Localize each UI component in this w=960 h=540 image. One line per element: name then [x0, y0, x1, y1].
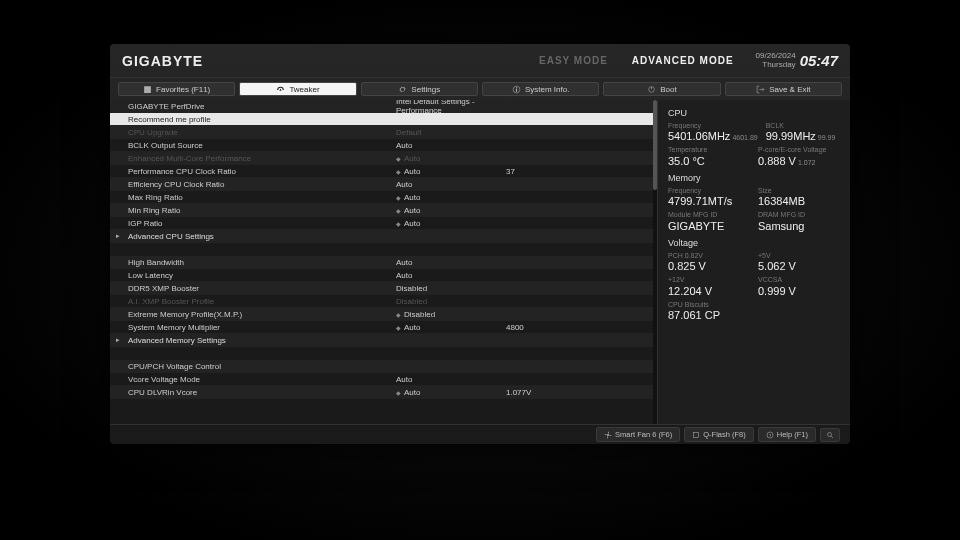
settings-row[interactable]: GIGABYTE PerfDriveIntel Default Settings…: [110, 100, 653, 113]
row-value: Auto: [396, 375, 506, 384]
row-value: ◆Auto: [396, 388, 506, 397]
bullet-icon: ◆: [396, 169, 401, 175]
settings-row[interactable]: BCLK Output SourceAuto: [110, 139, 653, 152]
smart-fan-button[interactable]: Smart Fan 6 (F6): [596, 427, 680, 442]
core-volt-label: P-core/E-core Voltage: [758, 146, 840, 154]
row-label: Enhanced Multi-Core Performance: [128, 154, 396, 163]
row-value: ◆Auto: [396, 167, 506, 176]
settings-row[interactable]: CPU/PCH Voltage Control: [110, 360, 653, 373]
row-label: ▸Advanced Memory Settings: [128, 336, 396, 345]
dram-mfg-label: DRAM MFG ID: [758, 211, 840, 219]
tab-settings[interactable]: Settings: [361, 82, 478, 96]
datetime: 09/26/2024 Thursday: [756, 52, 796, 70]
tab-tweaker[interactable]: Tweaker: [239, 82, 356, 96]
bclk-value: 99.99MHz: [766, 130, 816, 142]
tab-label: Boot: [660, 85, 676, 94]
mem-freq-label: Frequency: [668, 187, 750, 195]
clock: 05:47: [800, 52, 838, 69]
settings-row[interactable]: DDR5 XMP BoosterDisabled: [110, 282, 653, 295]
row-label: BCLK Output Source: [128, 141, 396, 150]
settings-row[interactable]: Enhanced Multi-Core Performance◆Auto: [110, 152, 653, 165]
voltage-section-title: Voltage: [668, 238, 840, 248]
freq-value: 5401.06MHz: [668, 130, 730, 142]
help-button[interactable]: ? Help (F1): [758, 427, 816, 442]
row-extra: 37: [506, 167, 653, 176]
settings-row[interactable]: CPU UpgradeDefault: [110, 126, 653, 139]
settings-list: GIGABYTE PerfDriveIntel Default Settings…: [110, 100, 653, 424]
row-value: Disabled: [396, 284, 506, 293]
tab-save-exit[interactable]: Save & Exit: [725, 82, 842, 96]
bullet-icon: ◆: [396, 390, 401, 396]
module-mfg-label: Module MFG ID: [668, 211, 750, 219]
settings-row[interactable]: IGP Ratio◆Auto: [110, 217, 653, 230]
p5v-label: +5V: [758, 252, 840, 260]
tab-sysinfo[interactable]: System Info.: [482, 82, 599, 96]
day: Thursday: [756, 61, 796, 70]
search-button[interactable]: [820, 428, 840, 442]
row-label: CPU/PCH Voltage Control: [128, 362, 396, 371]
row-label: High Bandwidth: [128, 258, 396, 267]
gear-icon: [398, 85, 407, 94]
settings-row[interactable]: Min Ring Ratio◆Auto: [110, 204, 653, 217]
status-sidebar: CPU Frequency 5401.06MHz4601.89 BCLK 99.…: [658, 100, 850, 424]
row-value: ◆Auto: [396, 193, 506, 202]
row-value: ◆Disabled: [396, 310, 506, 319]
vccsa-label: VCCSA: [758, 276, 840, 284]
flash-icon: [692, 431, 700, 439]
row-extra: 1.077V: [506, 388, 653, 397]
settings-row[interactable]: Performance CPU Clock Ratio◆Auto37: [110, 165, 653, 178]
settings-row[interactable]: Low LatencyAuto: [110, 269, 653, 282]
settings-row[interactable]: Max Ring Ratio◆Auto: [110, 191, 653, 204]
qflash-button[interactable]: Q-Flash (F8): [684, 427, 754, 442]
settings-row[interactable]: A.I. XMP Booster ProfileDisabled: [110, 295, 653, 308]
row-value: Auto: [396, 180, 506, 189]
bios-panel: GIGABYTE EASY MODE ADVANCED MODE 09/26/2…: [110, 44, 850, 444]
row-value: Auto: [396, 141, 506, 150]
info-icon: [512, 85, 521, 94]
row-value: ◆Auto: [396, 323, 506, 332]
scrollbar[interactable]: [653, 100, 657, 424]
memory-section-title: Memory: [668, 173, 840, 183]
biscuits-label: CPU Biscuits: [668, 301, 840, 309]
settings-row[interactable]: Extreme Memory Profile(X.M.P.)◆Disabled: [110, 308, 653, 321]
row-label: Max Ring Ratio: [128, 193, 396, 202]
tab-favorites[interactable]: Favorites (F11): [118, 82, 235, 96]
settings-row[interactable]: Efficiency CPU Clock RatioAuto: [110, 178, 653, 191]
row-label: A.I. XMP Booster Profile: [128, 297, 396, 306]
svg-text:?: ?: [769, 432, 772, 437]
fan-icon: [604, 431, 612, 439]
footer: Smart Fan 6 (F6) Q-Flash (F8) ? Help (F1…: [110, 424, 850, 444]
button-label: Help (F1): [777, 430, 808, 439]
settings-section-header[interactable]: ▸Advanced Memory Settings: [110, 334, 653, 347]
caret-icon: ▸: [116, 336, 120, 344]
tab-boot[interactable]: Boot: [603, 82, 720, 96]
advanced-mode-tab[interactable]: ADVANCED MODE: [620, 55, 746, 66]
svg-rect-3: [694, 432, 699, 437]
vccsa-value: 0.999 V: [758, 285, 840, 297]
scrollbar-thumb[interactable]: [653, 100, 657, 190]
cpu-section-title: CPU: [668, 108, 840, 118]
row-label: Vcore Voltage Mode: [128, 375, 396, 384]
caret-icon: ▸: [116, 232, 120, 240]
easy-mode-tab[interactable]: EASY MODE: [527, 55, 620, 66]
svg-point-2: [607, 434, 609, 436]
row-label: Low Latency: [128, 271, 396, 280]
settings-row[interactable]: System Memory Multiplier◆Auto4800: [110, 321, 653, 334]
tab-label: Save & Exit: [769, 85, 810, 94]
settings-row[interactable]: High BandwidthAuto: [110, 256, 653, 269]
bullet-icon: ◆: [396, 195, 401, 201]
mem-size-value: 16384MB: [758, 195, 840, 207]
row-label: Extreme Memory Profile(X.M.P.): [128, 310, 396, 319]
row-label: CPU DLVRin Vcore: [128, 388, 396, 397]
row-value: Auto: [396, 271, 506, 280]
settings-section-header[interactable]: ▸Advanced CPU Settings: [110, 230, 653, 243]
settings-row[interactable]: Recommend me profile: [110, 113, 653, 126]
main-tabs: Favorites (F11) Tweaker Settings System …: [110, 78, 850, 100]
bullet-icon: ◆: [396, 208, 401, 214]
settings-row[interactable]: Vcore Voltage ModeAuto: [110, 373, 653, 386]
svg-point-6: [828, 432, 832, 436]
settings-row[interactable]: CPU DLVRin Vcore◆Auto1.077V: [110, 386, 653, 399]
row-label: Efficiency CPU Clock Ratio: [128, 180, 396, 189]
row-value: Disabled: [396, 297, 506, 306]
row-label: ▸Advanced CPU Settings: [128, 232, 396, 241]
